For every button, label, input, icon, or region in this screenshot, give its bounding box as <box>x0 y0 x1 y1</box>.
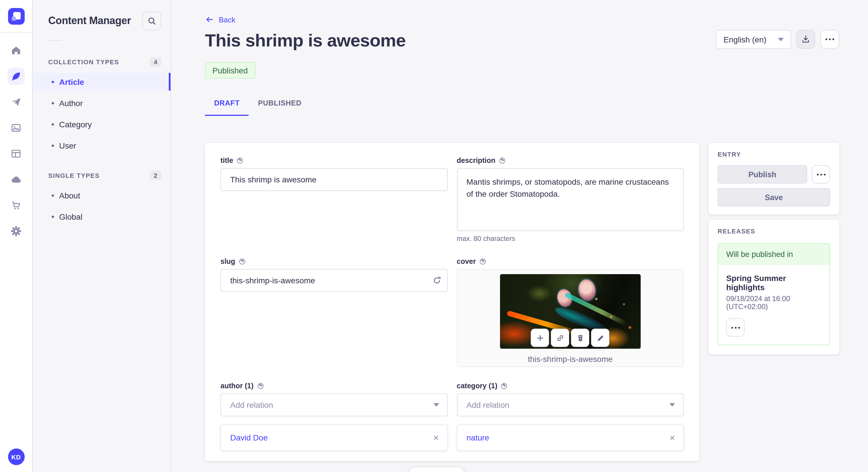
field-slug: slug <box>220 258 447 292</box>
title-label: title <box>220 157 233 165</box>
back-link[interactable]: Back <box>205 15 236 24</box>
author-relation-link[interactable]: David Doe <box>230 433 268 442</box>
delete-asset-button[interactable] <box>571 329 590 347</box>
ellipsis-icon <box>731 327 740 328</box>
sidebar-item-article[interactable]: Article <box>33 73 170 91</box>
entry-heading: ENTRY <box>718 151 830 158</box>
sidebar-item-label: Article <box>59 77 84 86</box>
plus-icon <box>535 333 545 343</box>
sidebar-item-label: Global <box>59 212 82 221</box>
author-relation-combobox[interactable]: Add relation <box>220 394 447 416</box>
section-count-badge: 2 <box>150 171 161 180</box>
sidebar-item-user[interactable]: User <box>33 136 170 154</box>
add-asset-button[interactable] <box>531 329 549 347</box>
cloud-icon[interactable] <box>7 171 25 188</box>
version-tabs: DRAFT PUBLISHED <box>205 94 311 116</box>
locale-value: English (en) <box>724 35 766 44</box>
sidebar-item-label: Category <box>59 120 92 129</box>
ellipsis-icon <box>817 173 825 175</box>
copy-link-button[interactable] <box>551 329 569 347</box>
content-type-builder-icon[interactable] <box>7 145 25 162</box>
single-types-section: SINGLE TYPES 2 About Global <box>33 170 170 225</box>
chevron-down-icon <box>670 403 675 407</box>
title-input[interactable] <box>220 168 447 191</box>
remove-relation-icon[interactable]: × <box>670 433 675 442</box>
cover-label: cover <box>457 258 476 266</box>
globe-icon <box>501 382 508 390</box>
paper-plane-icon[interactable] <box>7 94 25 111</box>
releases-heading: RELEASES <box>718 228 830 235</box>
section-label: COLLECTION TYPES <box>48 59 119 65</box>
back-label: Back <box>219 15 236 24</box>
category-label: category (1) <box>457 382 497 390</box>
cover-field-box: this-shrimp-is-awesome <box>457 269 684 367</box>
strapi-logo[interactable] <box>8 8 24 25</box>
marketplace-cart-icon[interactable] <box>7 197 25 214</box>
page-title: This shrimp is awesome <box>205 30 406 51</box>
download-button[interactable] <box>796 30 815 49</box>
header-more-button[interactable] <box>820 30 839 49</box>
globe-icon <box>479 258 486 265</box>
release-item: Will be published in Spring Summer highl… <box>718 243 830 345</box>
globe-icon <box>257 382 264 390</box>
globe-icon <box>499 157 506 164</box>
bullet-icon <box>52 102 54 104</box>
bullet-icon <box>52 123 54 125</box>
publish-button[interactable]: Publish <box>718 165 807 183</box>
sidebar-title: Content Manager <box>48 15 131 27</box>
sidebar-item-author[interactable]: Author <box>33 94 170 112</box>
edit-form-card: title description <box>205 143 699 461</box>
edit-asset-button[interactable] <box>591 329 610 347</box>
search-icon <box>147 16 157 26</box>
tab-draft[interactable]: DRAFT <box>205 94 249 116</box>
release-status: Will be published in <box>718 244 830 265</box>
slug-input[interactable] <box>220 269 447 292</box>
category-relation-link[interactable]: nature <box>466 433 489 442</box>
locale-select[interactable]: English (en) <box>716 30 791 49</box>
category-relation-item: nature × <box>457 425 684 451</box>
refresh-icon <box>432 276 441 285</box>
home-icon[interactable] <box>7 42 25 59</box>
bullet-icon <box>52 80 54 83</box>
content-manager-sidebar: Content Manager COLLECTION TYPES 4 Artic… <box>33 0 171 472</box>
content-manager-icon[interactable] <box>7 68 25 85</box>
author-label: author (1) <box>220 382 253 390</box>
link-icon <box>555 333 565 343</box>
author-relation-item: David Doe × <box>220 425 447 451</box>
category-relation-combobox[interactable]: Add relation <box>457 394 684 416</box>
bullet-icon <box>52 144 54 146</box>
regenerate-slug-button[interactable] <box>432 276 441 285</box>
bullet-icon <box>52 215 54 217</box>
strapi-admin: KD Content Manager COLLECTION TYPES 4 Ar… <box>0 0 868 472</box>
floating-widget[interactable] <box>409 467 464 472</box>
field-title: title <box>220 157 447 191</box>
entry-panel: ENTRY Publish Save <box>708 143 839 214</box>
nav-rail: KD <box>0 0 33 472</box>
remove-relation-icon[interactable]: × <box>433 433 439 442</box>
author-placeholder: Add relation <box>230 400 273 409</box>
rail-divider <box>0 32 32 33</box>
field-category: category (1) Add relation nature × <box>457 382 684 451</box>
sidebar-item-label: About <box>59 191 80 200</box>
sidebar-item-global[interactable]: Global <box>33 208 170 225</box>
save-button[interactable]: Save <box>718 188 830 206</box>
search-button[interactable] <box>143 11 161 30</box>
description-textarea[interactable]: Mantis shrimps, or stomatopods, are mari… <box>457 168 684 231</box>
collection-types-section: COLLECTION TYPES 4 Article Author Catego… <box>33 57 170 154</box>
field-description: description Mantis shrimps, or stomatopo… <box>457 157 684 243</box>
sidebar-item-category[interactable]: Category <box>33 115 170 133</box>
release-more-button[interactable] <box>726 318 745 337</box>
sidebar-item-about[interactable]: About <box>33 187 170 204</box>
chevron-down-icon <box>433 403 439 407</box>
entry-more-button[interactable] <box>812 165 830 183</box>
bullet-icon <box>52 194 54 196</box>
media-library-icon[interactable] <box>7 119 25 136</box>
user-avatar[interactable]: KD <box>8 448 24 465</box>
description-hint: max. 80 characters <box>457 235 684 243</box>
cover-actions <box>531 329 610 347</box>
settings-gear-icon[interactable] <box>7 223 25 240</box>
chevron-down-icon <box>778 38 784 41</box>
globe-icon <box>237 157 243 164</box>
strapi-logo-icon <box>8 8 24 25</box>
tab-published[interactable]: PUBLISHED <box>249 94 311 116</box>
